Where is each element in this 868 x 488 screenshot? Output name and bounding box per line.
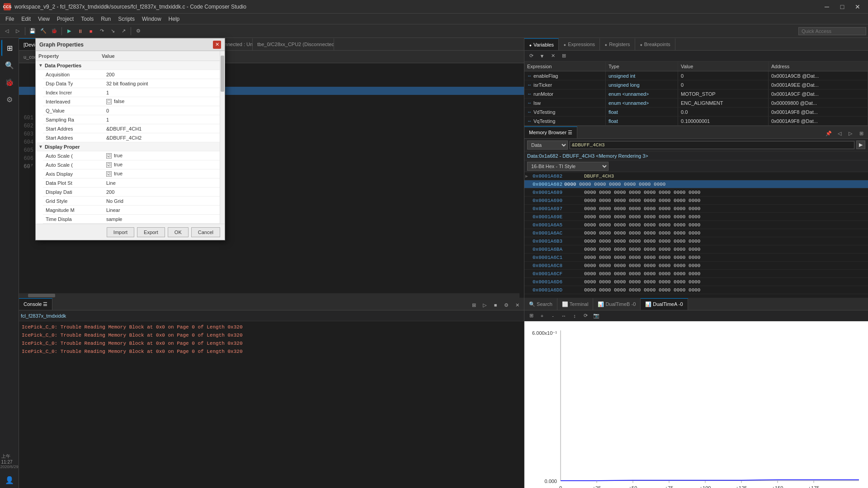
chart-tb1[interactable]: ⊞ bbox=[526, 311, 536, 321]
cancel-button[interactable]: Cancel bbox=[191, 227, 220, 237]
tab-memory-browser[interactable]: Memory Browser ☰ bbox=[524, 127, 577, 138]
hscroll-thumb[interactable] bbox=[28, 294, 55, 297]
menu-view[interactable]: View bbox=[34, 15, 53, 23]
var-tb-btn3[interactable]: ✕ bbox=[548, 51, 558, 61]
tb-stepout[interactable]: ↗ bbox=[118, 26, 128, 36]
import-button[interactable]: Import bbox=[107, 227, 134, 237]
memory-format-select[interactable]: 16-Bit Hex - TI Style 8-Bit Hex 32-Bit H… bbox=[527, 162, 609, 171]
mem-pin[interactable]: 📌 bbox=[824, 128, 834, 138]
memory-tabs: Memory Browser ☰ 📌 ◁ ▷ ⊞ bbox=[524, 126, 868, 139]
prop-row-dsp-data-type: Dsp Data Ty 32 bit floating point bbox=[43, 79, 220, 88]
con-tb4[interactable]: ⚙ bbox=[501, 300, 511, 310]
tab-dual-time-a[interactable]: 📊 DualTimeA -0 bbox=[641, 298, 688, 310]
prop-row-acquisition: Acquisition 200 bbox=[43, 70, 220, 79]
tb-stepover[interactable]: ↷ bbox=[97, 26, 107, 36]
dialog-title: Graph Properties bbox=[39, 42, 213, 48]
var-tb-btn4[interactable]: ⊞ bbox=[559, 51, 569, 61]
minimize-button[interactable]: ─ bbox=[820, 2, 834, 12]
bottom-panels: Console ☰ ⊞ ▷ ■ ⚙ ✕ fcl_f2837x_tmdxiddk … bbox=[19, 298, 868, 488]
chart-tb2[interactable]: + bbox=[537, 311, 547, 321]
tb-stop[interactable]: ■ bbox=[86, 26, 96, 36]
col-value: Value bbox=[678, 61, 769, 71]
menu-project[interactable]: Project bbox=[53, 15, 77, 23]
memory-tab-controls: 📌 ◁ ▷ ⊞ bbox=[822, 128, 868, 138]
tab-breakpoints[interactable]: ⬥ Breakpoints bbox=[635, 38, 675, 50]
var-row-run-motor: ↔ runMotor enum <unnamed> MOTOR_STOP 0x0… bbox=[524, 89, 868, 99]
props-scrollbar[interactable] bbox=[220, 51, 225, 224]
sidebar-icon-windows[interactable]: ⊞ bbox=[1, 40, 18, 56]
svg-rect-0 bbox=[524, 321, 868, 488]
prop-row-auto-scale2: Auto Scale ( ☑ true bbox=[43, 160, 220, 169]
sidebar-icon-user[interactable]: 👤 bbox=[1, 472, 18, 488]
prop-group-data[interactable]: ▼ Data Properties bbox=[36, 61, 220, 70]
date-display: 2020/6/29 bbox=[0, 465, 18, 469]
prop-row-interleaved: Interleaved ☐ false bbox=[43, 97, 220, 106]
tab-search[interactable]: 🔍 Search bbox=[524, 298, 557, 310]
toolbar: ◁ ▷ 💾 🔨 🐞 ▶ ⏸ ■ ↷ ↘ ↗ ⚙ bbox=[0, 24, 868, 38]
tb-settings[interactable]: ⚙ bbox=[133, 26, 143, 36]
memory-type-select[interactable]: Data Program bbox=[527, 141, 568, 150]
console-file-label: fcl_f2837x_tmdxiddk bbox=[21, 313, 66, 319]
tb-debug[interactable]: 🐞 bbox=[49, 26, 59, 36]
var-tb-btn2[interactable]: ▼ bbox=[537, 51, 547, 61]
chart-toolbar: ⊞ + - ↔ ↕ ⟳ 📷 bbox=[524, 310, 868, 321]
close-button[interactable]: ✕ bbox=[851, 2, 864, 12]
quick-access-input[interactable] bbox=[798, 27, 866, 35]
tab-registers[interactable]: ⬥ Registers bbox=[600, 38, 635, 50]
memory-address-input[interactable] bbox=[570, 141, 854, 149]
var-tb-btn1[interactable]: ⟳ bbox=[526, 51, 536, 61]
tb-suspend[interactable]: ⏸ bbox=[75, 26, 85, 36]
menu-tools[interactable]: Tools bbox=[77, 15, 97, 23]
menu-edit[interactable]: Edit bbox=[18, 15, 34, 23]
con-tb1[interactable]: ⊞ bbox=[469, 300, 479, 310]
tb-build[interactable]: 🔨 bbox=[38, 26, 48, 36]
prop-group-display[interactable]: ▼ Display Proper bbox=[36, 142, 220, 151]
tb-back[interactable]: ◁ bbox=[2, 26, 12, 36]
sidebar-icon-debug[interactable]: 🐞 bbox=[1, 74, 18, 90]
chart-tb3[interactable]: - bbox=[548, 311, 558, 321]
console-content[interactable]: IcePick_C_0: Trouble Reading Memory Bloc… bbox=[19, 321, 524, 488]
menu-run[interactable]: Run bbox=[97, 15, 114, 23]
tab-cpu2[interactable]: tbe_0/C28xx_CPU2 (Disconnected : Unkno..… bbox=[253, 38, 334, 50]
sidebar-icon-search[interactable]: 🔍 bbox=[1, 57, 18, 73]
memory-go-button[interactable]: ▶ bbox=[856, 141, 865, 149]
tab-terminal[interactable]: ⬜ Terminal bbox=[557, 298, 593, 310]
ok-button[interactable]: OK bbox=[168, 227, 189, 237]
menu-scripts[interactable]: Scripts bbox=[114, 15, 138, 23]
tab-console[interactable]: Console ☰ bbox=[19, 298, 52, 310]
tab-dual-time-b[interactable]: 📊 DualTimeB -0 bbox=[593, 298, 641, 310]
chart-tb7[interactable]: 📷 bbox=[591, 311, 601, 321]
sidebar-icon-gear[interactable]: ⚙ bbox=[1, 91, 18, 108]
restore-button[interactable]: □ bbox=[835, 2, 849, 12]
prop-row-grid-style: Grid Style No Grid bbox=[43, 197, 220, 206]
con-tb2[interactable]: ▷ bbox=[480, 300, 490, 310]
export-button[interactable]: Export bbox=[137, 227, 165, 237]
horizontal-scrollbar[interactable] bbox=[19, 293, 519, 298]
svg-text:+100: +100 bbox=[700, 485, 711, 488]
tb-forward[interactable]: ▷ bbox=[13, 26, 23, 36]
con-tb3[interactable]: ■ bbox=[491, 300, 500, 310]
memory-subtitle: Data:0x1a682 - DBUFF_4CH3 <Memory Render… bbox=[524, 151, 868, 160]
var-row-vq-testing: ↔ VqTesting float 0.100000001 0x0001A9F8… bbox=[524, 117, 868, 126]
chart-tb4[interactable]: ↔ bbox=[559, 311, 569, 321]
console-toolbar-icons: ⊞ ▷ ■ ⚙ ✕ bbox=[467, 300, 524, 310]
title-bar: CCS workspace_v9_2 - fcl_f2837x_tmdxiddk… bbox=[0, 0, 868, 14]
dialog-close-button[interactable]: ✕ bbox=[213, 41, 221, 49]
tab-expressions[interactable]: ⬥ Expressions bbox=[559, 38, 600, 50]
tb-resume[interactable]: ▶ bbox=[64, 26, 74, 36]
mem-prev[interactable]: ◁ bbox=[835, 128, 844, 138]
props-scroll-thumb[interactable] bbox=[221, 56, 224, 92]
tab-variables[interactable]: ⬥ Variables bbox=[524, 38, 559, 50]
menu-window[interactable]: Window bbox=[138, 15, 165, 23]
chart-tb5[interactable]: ↕ bbox=[570, 311, 580, 321]
chart-tb6[interactable]: ⟳ bbox=[580, 311, 590, 321]
menu-help[interactable]: Help bbox=[165, 15, 184, 23]
menu-file[interactable]: File bbox=[2, 15, 18, 23]
tb-stepinto[interactable]: ↘ bbox=[108, 26, 118, 36]
con-tb5[interactable]: ✕ bbox=[512, 300, 522, 310]
mem-more[interactable]: ⊞ bbox=[856, 128, 866, 138]
tb-save[interactable]: 💾 bbox=[28, 26, 38, 36]
mem-next[interactable]: ▷ bbox=[845, 128, 855, 138]
memory-row-4: 0x0001A690 0000 0000 0000 0000 0000 0000… bbox=[524, 197, 868, 205]
chart-content: 6.000x10⁻¹ 0.000 0 +25 +50 +75 +100 +125… bbox=[524, 321, 868, 488]
